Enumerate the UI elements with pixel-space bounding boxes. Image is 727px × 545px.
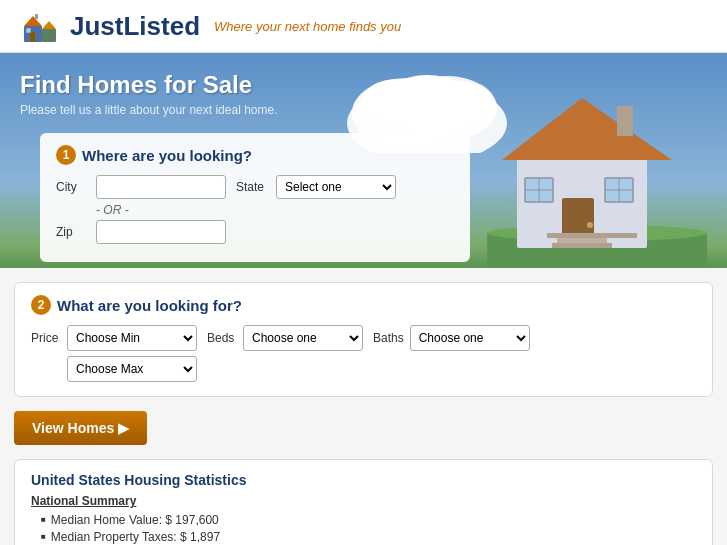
baths-select[interactable]: Choose one 11.52 2.534+ bbox=[410, 325, 530, 351]
beds-label: Beds bbox=[207, 331, 237, 345]
svg-rect-3 bbox=[26, 28, 31, 33]
zip-input[interactable] bbox=[96, 220, 226, 244]
city-row: City State Select one AlabamaAlaskaArizo… bbox=[56, 175, 454, 199]
section2-title-text: What are you looking for? bbox=[57, 297, 242, 314]
baths-label: Baths bbox=[373, 331, 404, 345]
beds-select[interactable]: Choose one 123 45+ bbox=[243, 325, 363, 351]
section1-title-text: Where are you looking? bbox=[82, 147, 252, 164]
logo-text: JustListed bbox=[70, 11, 200, 42]
price-max-select[interactable]: Choose Max $100,000$150,000$200,000 $300… bbox=[67, 356, 197, 382]
price-label: Price bbox=[31, 331, 61, 345]
stats-item: Median Property Taxes: $ 1,897 bbox=[41, 530, 696, 544]
hero-section: Find Homes for Sale Please tell us a lit… bbox=[0, 53, 727, 268]
stats-item: Median Home Value: $ 197,600 bbox=[41, 513, 696, 527]
hero-subtitle: Please tell us a little about your next … bbox=[20, 103, 707, 117]
price-max-group: Choose Max $100,000$150,000$200,000 $300… bbox=[31, 356, 197, 382]
section2-title: 2 What are you looking for? bbox=[31, 295, 696, 315]
view-homes-button[interactable]: View Homes ▶ bbox=[14, 411, 147, 445]
hero-content: Find Homes for Sale Please tell us a lit… bbox=[0, 53, 727, 268]
main-body: 2 What are you looking for? Price Choose… bbox=[0, 268, 727, 545]
section-where: 1 Where are you looking? City State Sele… bbox=[40, 133, 470, 262]
price-min-group: Price Choose Min $50,000$75,000$100,000 … bbox=[31, 325, 197, 351]
svg-rect-4 bbox=[42, 29, 56, 42]
header: JustListed Where your next home finds yo… bbox=[0, 0, 727, 53]
section-what: 2 What are you looking for? Price Choose… bbox=[14, 282, 713, 397]
step1-circle: 1 bbox=[56, 145, 76, 165]
stats-section: United States Housing Statistics Nationa… bbox=[14, 459, 713, 545]
section1-title: 1 Where are you looking? bbox=[56, 145, 454, 165]
beds-group: Beds Choose one 123 45+ bbox=[207, 325, 363, 351]
section2-inner: Price Choose Min $50,000$75,000$100,000 … bbox=[31, 325, 696, 382]
logo-icon bbox=[16, 8, 64, 44]
zip-label: Zip bbox=[56, 225, 86, 239]
svg-marker-5 bbox=[42, 21, 56, 29]
zip-row: Zip bbox=[56, 220, 454, 244]
svg-rect-2 bbox=[30, 32, 35, 42]
tagline: Where your next home finds you bbox=[214, 19, 401, 34]
city-label: City bbox=[56, 180, 86, 194]
city-input[interactable] bbox=[96, 175, 226, 199]
stats-list: Median Home Value: $ 197,600 Median Prop… bbox=[31, 513, 696, 544]
stats-title: United States Housing Statistics bbox=[31, 472, 696, 488]
hero-title: Find Homes for Sale bbox=[20, 71, 707, 99]
price-min-select[interactable]: Choose Min $50,000$75,000$100,000 $150,0… bbox=[67, 325, 197, 351]
or-text: - OR - bbox=[96, 203, 454, 217]
svg-marker-1 bbox=[24, 16, 42, 26]
step2-circle: 2 bbox=[31, 295, 51, 315]
baths-group: Baths Choose one 11.52 2.534+ bbox=[373, 325, 530, 351]
logo-area: JustListed bbox=[16, 8, 200, 44]
svg-rect-6 bbox=[35, 14, 38, 19]
state-select[interactable]: Select one AlabamaAlaskaArizona Californ… bbox=[276, 175, 396, 199]
state-label: State bbox=[236, 180, 266, 194]
price-col: Price Choose Min $50,000$75,000$100,000 … bbox=[31, 325, 197, 382]
stats-national-summary: National Summary bbox=[31, 494, 696, 508]
